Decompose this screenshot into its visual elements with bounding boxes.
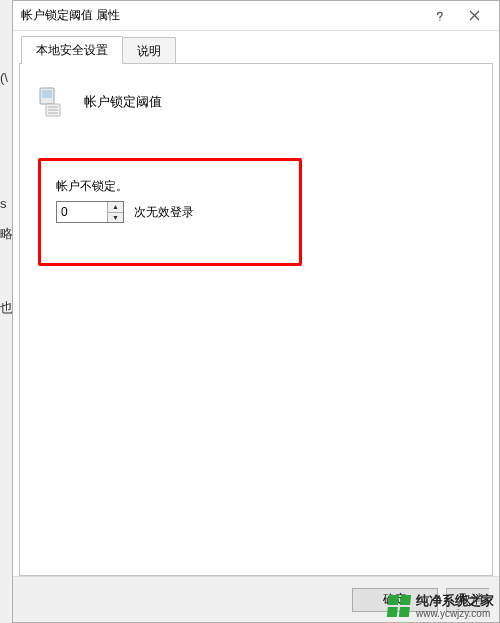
tab-panel: 帐户锁定阈值 帐户不锁定。 ▲ ▼ 次无效登录: [19, 63, 493, 576]
cancel-button[interactable]: 取消: [446, 588, 489, 612]
policy-heading: 帐户锁定阈值: [36, 82, 476, 122]
spinner-up[interactable]: ▲: [108, 202, 123, 212]
svg-rect-3: [48, 106, 58, 108]
properties-dialog: 帐户锁定阈值 属性 本地安全设置 说明: [12, 0, 500, 623]
threshold-spinner[interactable]: ▲ ▼: [56, 201, 124, 223]
bg-fragment: s: [0, 196, 7, 211]
dialog-title: 帐户锁定阈值 属性: [21, 7, 423, 24]
ok-button[interactable]: 确定: [352, 588, 438, 612]
bg-fragment: (\: [0, 70, 8, 85]
svg-rect-5: [48, 112, 58, 114]
threshold-input[interactable]: [57, 202, 107, 222]
tab-explain[interactable]: 说明: [122, 37, 176, 64]
help-button[interactable]: [423, 4, 457, 28]
spinner-buttons: ▲ ▼: [107, 202, 123, 222]
tab-local-security-settings[interactable]: 本地安全设置: [21, 36, 123, 64]
dialog-body: 本地安全设置 说明 帐户锁定阈值 帐户不锁定。: [13, 31, 499, 576]
policy-icon: [36, 82, 70, 122]
titlebar: 帐户锁定阈值 属性: [13, 1, 499, 31]
dialog-button-bar: 确定 取消: [13, 576, 499, 622]
close-button[interactable]: [457, 4, 491, 28]
svg-rect-1: [42, 90, 52, 98]
tab-strip: 本地安全设置 说明: [19, 37, 493, 63]
spinner-down[interactable]: ▼: [108, 212, 123, 223]
threshold-suffix: 次无效登录: [134, 204, 194, 221]
policy-name: 帐户锁定阈值: [84, 94, 162, 111]
threshold-field: 帐户不锁定。 ▲ ▼ 次无效登录: [56, 178, 194, 223]
threshold-description: 帐户不锁定。: [56, 178, 194, 195]
svg-rect-4: [48, 109, 58, 111]
